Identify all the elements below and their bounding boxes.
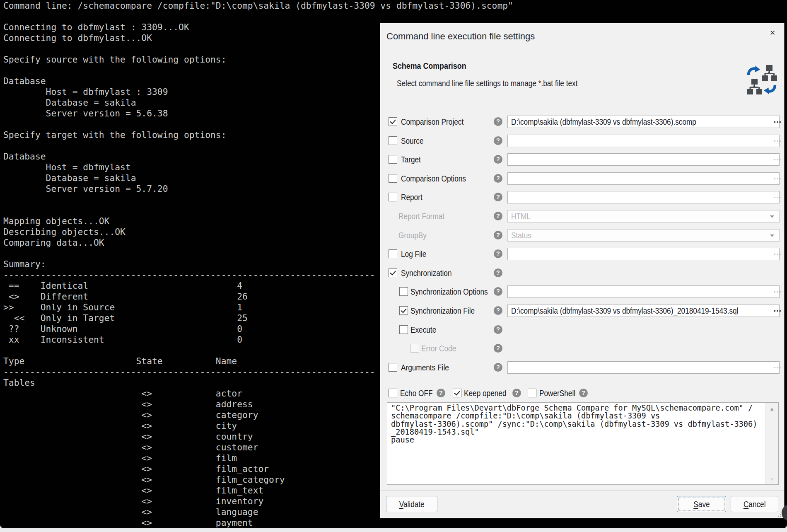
row-synchronization-file: Synchronization File ? D:\comp\sakila (d… [380,305,784,317]
help-icon[interactable]: ? [494,212,502,220]
browse-ellipsis-icon[interactable] [774,254,775,255]
error-code-checkbox[interactable] [410,344,419,353]
row-synchronization-options: Synchronization Options ? [380,285,784,298]
echo-off-label: Echo OFF [400,388,432,398]
help-icon[interactable]: ? [494,117,502,126]
powershell-label: PowerShell [539,388,575,398]
help-icon[interactable]: ? [494,136,502,145]
help-icon[interactable]: ? [494,287,502,296]
synchronization-file-label: Synchronization File [410,306,475,316]
header-separator [380,103,784,103]
validate-button[interactable]: Validate [386,496,437,512]
chevron-down-icon [770,235,774,237]
chevron-down-icon [770,215,774,218]
synchronization-options-label: Synchronization Options [410,287,488,297]
row-groupby: GroupBy ? Status [380,229,784,242]
schema-sync-icon [746,64,778,96]
help-icon[interactable]: ? [494,155,502,164]
help-icon[interactable]: ? [494,268,502,277]
arguments-file-checkbox[interactable] [389,363,397,372]
report-format-label: Report Format [398,211,444,221]
comparison-project-checkbox[interactable] [389,117,397,126]
validate-mnemonic: V [399,499,403,509]
log-file-checkbox[interactable] [389,249,397,258]
row-synchronization: Synchronization ? [380,267,784,279]
scroll-down-icon[interactable]: ▼ [766,477,778,481]
target-label: Target [401,155,421,164]
synchronization-options-checkbox[interactable] [399,287,408,296]
bat-file-text-area[interactable]: "C:\Program Files\Devart\dbForge Schema … [387,402,779,485]
browse-ellipsis-icon[interactable] [774,159,775,160]
echo-off-checkbox[interactable] [389,389,397,397]
comparison-project-field[interactable]: D:\comp\sakila (dbfmylast-3309 vs dbfmyl… [507,116,780,128]
cancel-mnemonic: C [744,499,748,509]
save-button-label: Save [693,496,710,512]
help-icon[interactable]: ? [494,325,502,334]
row-source: Source ? [380,135,784,147]
comparison-options-checkbox[interactable] [389,174,397,183]
validate-label-rest: alidate [403,499,425,509]
log-file-field[interactable] [507,248,780,260]
help-icon[interactable]: ? [494,363,502,372]
save-label-rest: ave [698,499,710,509]
footer-separator [380,490,784,491]
keep-opened-checkbox[interactable] [453,389,461,397]
page-background-strip [0,528,787,532]
row-target: Target ? [380,153,784,166]
execute-label: Execute [410,325,436,335]
target-checkbox[interactable] [389,155,397,164]
browse-ellipsis-icon[interactable] [774,121,775,123]
comparison-options-label: Comparison Options [401,174,466,184]
row-comparison-options: Comparison Options ? [380,172,784,185]
comparison-options-field[interactable] [507,172,780,185]
powershell-checkbox[interactable] [528,389,536,397]
target-field[interactable] [507,153,780,166]
source-field[interactable] [507,135,780,147]
synchronization-options-field[interactable] [507,285,780,298]
arguments-file-label: Arguments File [401,363,449,372]
report-field[interactable] [507,191,780,203]
row-error-code: Error Code ? [380,342,784,355]
help-icon[interactable]: ? [437,389,445,397]
synchronization-file-checkbox[interactable] [399,306,408,315]
save-button[interactable]: Save [677,496,726,512]
dialog-subtitle: Select command line file settings to man… [397,79,577,88]
help-icon[interactable]: ? [494,231,502,239]
help-icon[interactable]: ? [579,389,588,397]
report-checkbox[interactable] [389,193,397,201]
bat-file-text: "C:\Program Files\Devart\dbForge Schema … [391,404,757,444]
arguments-file-field[interactable] [507,361,780,374]
browse-ellipsis-icon[interactable] [774,367,775,368]
help-icon[interactable]: ? [494,344,502,353]
source-checkbox[interactable] [389,136,397,145]
cancel-button-label: Cancel [744,496,766,512]
synchronization-checkbox[interactable] [389,268,397,277]
close-icon[interactable]: ✕ [767,27,778,38]
keep-opened-label: Keep opened [464,388,506,398]
browse-ellipsis-icon[interactable] [774,291,775,293]
browse-ellipsis-icon[interactable] [774,310,775,312]
scroll-up-icon[interactable]: ▲ [766,406,778,411]
help-icon[interactable]: ? [494,193,502,201]
browse-ellipsis-icon[interactable] [774,197,775,198]
scrollbar[interactable]: ▲ ▼ [765,403,778,484]
browse-ellipsis-icon[interactable] [774,178,775,179]
execute-checkbox[interactable] [399,325,408,334]
help-icon[interactable]: ? [512,389,521,397]
help-icon[interactable]: ? [494,174,502,183]
groupby-label: GroupBy [398,230,427,240]
report-format-dropdown: HTML [507,210,780,222]
groupby-value: Status [511,230,531,240]
browse-ellipsis-icon[interactable] [774,140,775,142]
log-file-label: Log File [401,249,426,259]
cancel-button[interactable]: Cancel [731,496,778,512]
row-bat-options: Echo OFF ? Keep opened ? PowerShell ? [380,387,784,399]
row-report: Report ? [380,191,784,203]
dialog-title: Command line execution file settings [386,32,535,41]
help-icon[interactable]: ? [494,306,502,315]
synchronization-file-field[interactable]: D:\comp\sakila (dbfmylast-3309 vs dbfmyl… [507,305,780,317]
help-icon[interactable]: ? [494,249,502,258]
synchronization-file-value: D:\comp\sakila (dbfmylast-3309 vs dbfmyl… [511,306,738,316]
cancel-label-rest: ancel [748,499,765,509]
source-label: Source [401,136,424,146]
